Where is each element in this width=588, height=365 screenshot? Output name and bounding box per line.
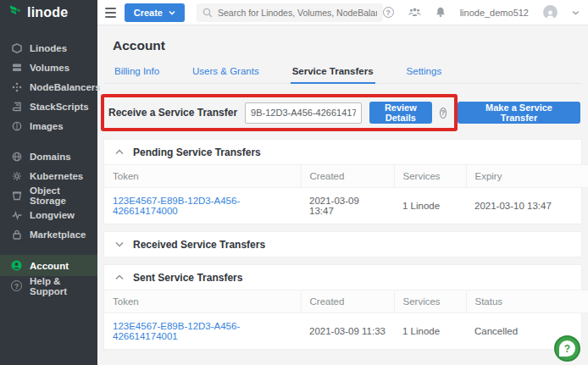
tab-users-grants[interactable]: Users & Grants <box>191 63 261 83</box>
sidebar-item-domains[interactable]: Domains <box>0 147 97 166</box>
help-chat-button[interactable]: ? <box>554 335 580 362</box>
search-input[interactable] <box>218 8 377 18</box>
sidebar-item-nodebalancers[interactable]: NodeBalancers <box>0 77 97 97</box>
make-service-transfer-button[interactable]: Make a Service Transfer <box>458 102 580 124</box>
annotation-highlight: Receive a Service Transfer Review Detail… <box>101 94 458 131</box>
table-row: 123E4567-E89B-12D3-A456-426614174001 202… <box>104 313 588 350</box>
help-icon[interactable]: ? <box>383 7 394 18</box>
receive-transfer-label: Receive a Service Transfer <box>108 107 237 119</box>
token-link[interactable]: 123E4567-E89B-12D3-A456-426614174000 <box>113 196 240 216</box>
volumes-icon <box>11 62 22 73</box>
sidebar-item-object-storage[interactable]: Object Storage <box>0 185 97 205</box>
linode-icon <box>11 42 22 53</box>
sidebar-item-label: Account <box>30 261 69 271</box>
search-bar <box>197 3 383 22</box>
sent-transfers-header[interactable]: Sent Service Transfers <box>104 265 581 290</box>
sidebar-item-linodes[interactable]: Linodes <box>0 38 97 58</box>
cell-services: 1 Linode <box>394 188 466 224</box>
sidebar-item-label: Images <box>30 121 64 131</box>
avatar[interactable] <box>543 5 557 19</box>
table-header-row: Token Created Services Expiry <box>104 165 588 188</box>
topbar-icons: ? linode_demo512 <box>383 5 588 19</box>
nodebalancers-icon <box>11 81 22 92</box>
sidebar-item-images[interactable]: Images <box>0 116 97 135</box>
topbar: Create ? linode_demo512 <box>97 0 588 25</box>
col-created: Created <box>301 165 394 188</box>
sidebar-item-help-support[interactable]: ? Help & Support <box>0 276 97 296</box>
username[interactable]: linode_demo512 <box>460 8 529 18</box>
lock-icon <box>11 229 22 240</box>
tab-settings[interactable]: Settings <box>405 63 444 83</box>
col-created: Created <box>301 290 394 313</box>
token-link[interactable]: 123E4567-E89B-12D3-A456-426614174001 <box>113 321 240 341</box>
col-services: Services <box>394 290 466 313</box>
col-expiry: Expiry <box>466 165 588 188</box>
tab-billing-info[interactable]: Billing Info <box>113 63 161 83</box>
sidebar: linode Linodes Volumes NodeBalancers Sta… <box>0 0 97 365</box>
linode-logo-icon <box>8 4 22 21</box>
chevron-down-icon <box>115 241 124 247</box>
linode-logo[interactable]: linode <box>0 0 97 25</box>
panel-title: Pending Service Transfers <box>133 147 261 158</box>
panel-title: Sent Service Transfers <box>133 272 242 284</box>
notifications-bell-icon[interactable] <box>435 7 446 18</box>
chevron-down-icon <box>169 10 175 15</box>
sidebar-item-label: Object Storage <box>30 185 97 206</box>
sidebar-item-label: Marketplace <box>30 230 86 240</box>
question-circle-icon: ? <box>11 280 22 291</box>
stackscripts-icon <box>11 101 22 112</box>
sidebar-item-label: StackScripts <box>30 102 89 112</box>
cell-services: 1 Linode <box>394 313 466 350</box>
chevron-up-icon <box>115 149 124 155</box>
review-details-button[interactable]: Review Details <box>369 102 431 124</box>
bucket-icon <box>11 190 22 201</box>
receive-help-icon[interactable]: ? <box>440 108 447 119</box>
col-status: Status <box>466 290 588 313</box>
sent-transfers-panel: Sent Service Transfers Token Created Ser… <box>104 265 581 349</box>
sidebar-item-stackscripts[interactable]: StackScripts <box>0 97 97 116</box>
search-icon <box>202 8 213 18</box>
pending-transfers-panel: Pending Service Transfers Token Created … <box>104 140 581 224</box>
sidebar-item-marketplace[interactable]: Marketplace <box>0 224 97 244</box>
sidebar-nav: Linodes Volumes NodeBalancers StackScrip… <box>0 25 97 296</box>
panel-title: Received Service Transfers <box>133 239 265 251</box>
col-services: Services <box>394 165 466 188</box>
sidebar-item-kubernetes[interactable]: Kubernetes <box>0 166 97 185</box>
table-header-row: Token Created Services Status <box>104 290 588 313</box>
sidebar-item-label: Kubernetes <box>30 171 83 181</box>
receive-token-input[interactable] <box>245 102 362 124</box>
tab-service-transfers[interactable]: Service Transfers <box>291 63 375 84</box>
transfer-actions-row: Receive a Service Transfer Review Detail… <box>104 94 581 131</box>
cell-created: 2021-03-09 11:33 <box>301 313 394 350</box>
community-icon[interactable] <box>408 8 421 17</box>
logo-text: linode <box>27 5 68 20</box>
sent-transfers-table: Token Created Services Status 123E4567-E… <box>104 290 588 349</box>
images-icon <box>11 120 22 131</box>
globe-icon <box>11 151 22 162</box>
cell-expiry: 2021-03-10 13:47 <box>466 188 588 224</box>
col-token: Token <box>104 165 301 188</box>
pending-transfers-header[interactable]: Pending Service Transfers <box>104 140 581 164</box>
chat-question-icon: ? <box>559 340 575 357</box>
sidebar-item-label: Longview <box>30 210 75 220</box>
page-title: Account <box>113 38 573 53</box>
sidebar-item-account[interactable]: Account <box>0 255 97 276</box>
tab-bar: Billing Info Users & Grants Service Tran… <box>104 63 581 84</box>
create-button[interactable]: Create <box>125 3 185 22</box>
sidebar-item-volumes[interactable]: Volumes <box>0 58 97 77</box>
sidebar-item-longview[interactable]: Longview <box>0 205 97 224</box>
cell-created: 2021-03-09 13:47 <box>301 188 394 224</box>
col-token: Token <box>104 290 301 313</box>
menu-icon[interactable] <box>105 5 116 20</box>
table-row: 123E4567-E89B-12D3-A456-426614174000 202… <box>104 188 588 224</box>
chevron-up-icon <box>115 274 124 280</box>
create-button-label: Create <box>134 8 163 18</box>
sidebar-item-label: NodeBalancers <box>30 82 101 92</box>
account-icon <box>11 260 22 271</box>
user-menu-chevron-icon[interactable] <box>572 10 580 15</box>
received-transfers-panel: Received Service Transfers <box>104 232 581 257</box>
received-transfers-header[interactable]: Received Service Transfers <box>104 232 581 257</box>
pending-transfers-table: Token Created Services Expiry 123E4567-E… <box>104 164 588 224</box>
sidebar-item-label: Volumes <box>30 63 69 73</box>
footer: v1.34.0 API Reference Provide Feedback <box>104 349 581 365</box>
